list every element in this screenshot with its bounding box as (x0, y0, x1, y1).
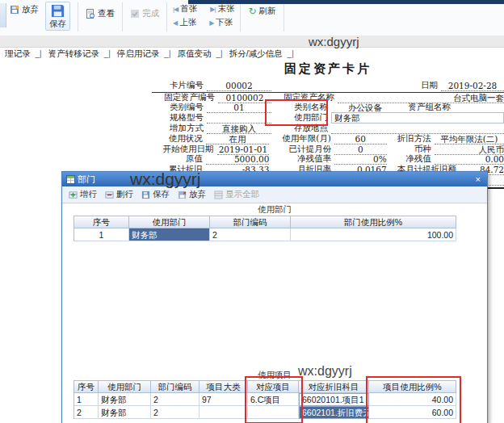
table-cell[interactable]: 40.00 (369, 393, 456, 406)
dialog-save-icon (141, 191, 150, 199)
tab-3[interactable]: 原值变动 (178, 48, 212, 60)
table-cell[interactable] (200, 406, 248, 419)
tab-1[interactable]: 资产转移记录 (48, 48, 99, 60)
first-label: 首张 (180, 3, 197, 15)
view-label: 查看 (98, 8, 115, 19)
card-field-value[interactable]: 2019-02-28 (441, 81, 504, 91)
column-header[interactable]: 部门编码 (210, 216, 291, 228)
card-navigation: |◀首张 ▶|末张 ◀上张 ▶下张 (171, 3, 236, 28)
table-cell[interactable]: 100.00 (291, 228, 456, 241)
table-cell[interactable]: 2 (151, 406, 200, 419)
view-button[interactable]: 查看 (82, 6, 118, 21)
column-header[interactable]: 项目使用比例% (369, 381, 456, 393)
department-dialog: 部门 wx:dgyyrj × 增行 删行 保存 放弃 显示全 (61, 171, 488, 423)
card-field-value[interactable]: 直接购入 (207, 124, 271, 134)
show-all-button[interactable]: 显示全部 (211, 188, 262, 201)
card-field-value[interactable]: 0% (334, 154, 387, 165)
dialog-discard-button[interactable]: 放弃 (174, 188, 209, 201)
first-icon: |◀ (173, 6, 178, 13)
tab-0[interactable]: 理记录 (5, 48, 31, 60)
card-field-value[interactable]: 5000.00 (206, 154, 270, 165)
refresh-label: 刷新 (259, 6, 276, 17)
table-cell[interactable]: 财务部 (99, 393, 151, 406)
dialog-discard-icon (178, 191, 187, 199)
column-header[interactable]: 项目大类 (200, 381, 248, 393)
column-header[interactable]: 部门编码 (151, 381, 200, 393)
card-field-value[interactable]: 平均年限法(二) (435, 134, 504, 144)
last-card-button[interactable]: ▶|末张 (208, 3, 236, 15)
watermark-top: wx:dgyyrj (309, 35, 359, 48)
add-row-label: 增行 (80, 189, 97, 200)
card-field-value[interactable]: 0100002 (218, 93, 271, 103)
card-field-value[interactable]: 60 (334, 134, 387, 144)
table-cell[interactable]: 2 (74, 406, 99, 419)
delete-row-icon (105, 191, 114, 199)
tab-separator: _| (36, 49, 42, 58)
project-section-title: 使用项目 (62, 370, 487, 381)
card-field-value[interactable]: 财务部 (331, 112, 504, 124)
table-cell[interactable]: 1 (74, 393, 99, 406)
table-cell[interactable]: 1 (74, 228, 129, 241)
column-header[interactable]: 序号 (74, 216, 129, 228)
card-field-value[interactable]: 01 (207, 103, 271, 113)
column-header[interactable]: 使用部门 (129, 216, 210, 228)
view-icon (86, 9, 95, 19)
tab-4[interactable]: 拆分/减少信息 (229, 48, 283, 60)
card-field-value[interactable]: 人民币 (435, 144, 504, 155)
column-header[interactable]: 对应折旧科目 (299, 381, 369, 393)
tab-2[interactable]: 停启用记录 (117, 48, 160, 60)
add-row-icon (69, 191, 78, 199)
table-cell[interactable]: 66020101.项目1 (299, 393, 369, 406)
complete-button[interactable]: 完成 (127, 6, 162, 21)
prev-card-button[interactable]: ◀上张 (171, 17, 198, 28)
card-field-value[interactable]: 00002 (207, 81, 271, 91)
table-row: 1财务部2100.00 (74, 228, 456, 241)
card-field-label: 日期 (405, 80, 441, 91)
last-label: 末张 (217, 3, 234, 15)
dept-table: 序号使用部门部门编码部门使用比例%1财务部2100.00 (74, 216, 456, 241)
card-field-value[interactable]: 2019-01-01 (217, 144, 270, 155)
discard-button[interactable]: 放弃 (6, 2, 42, 17)
asset-card: 固定资产卡片 卡片编号00002日期2019-02-28固定资产编号010000… (152, 60, 504, 189)
dialog-titlebar[interactable]: 部门 wx:dgyyrj × (62, 172, 487, 186)
clipped-toolbar-button[interactable] (0, 3, 6, 27)
status-band (0, 36, 504, 48)
delete-row-label: 删行 (116, 189, 133, 200)
card-field-value[interactable] (207, 114, 271, 124)
dialog-save-label: 保存 (153, 189, 170, 200)
dialog-save-button[interactable]: 保存 (138, 188, 173, 201)
toolbar-separator (284, 2, 284, 31)
dialog-title: 部门 (78, 174, 95, 186)
dept-section-title: 使用部门 (62, 204, 487, 216)
discard-disk-icon (10, 5, 19, 15)
card-field-value[interactable]: 0 (334, 144, 387, 155)
table-cell[interactable]: 财务部 (129, 228, 210, 241)
table-cell[interactable]: 6.C项目 (248, 393, 299, 406)
refresh-button[interactable]: ↻ 刷新 (245, 4, 279, 19)
table-cell[interactable] (248, 406, 299, 419)
table-cell[interactable]: 97 (200, 393, 248, 406)
first-card-button[interactable]: |◀首张 (171, 3, 199, 15)
complete-label: 完成 (142, 8, 159, 19)
table-row: 2财务部26602101.折旧费无项目60.00 (74, 406, 456, 419)
column-header[interactable]: 对应项目 (248, 381, 299, 393)
table-header-row: 序号使用部门部门编码部门使用比例% (74, 216, 456, 228)
table-cell[interactable]: 2 (210, 228, 291, 241)
save-button[interactable]: 保存 (45, 2, 70, 31)
column-header[interactable]: 部门使用比例% (291, 216, 456, 228)
close-icon[interactable]: × (473, 174, 483, 184)
column-header[interactable]: 序号 (74, 381, 99, 393)
table-cell[interactable]: 60.00 (369, 406, 456, 419)
next-label: 下张 (216, 17, 233, 28)
add-row-button[interactable]: 增行 (65, 188, 100, 201)
toolbar-separator (78, 2, 78, 31)
prev-icon: ◀ (173, 19, 177, 27)
next-card-button[interactable]: ▶下张 (208, 17, 234, 28)
column-header[interactable]: 使用部门 (99, 381, 151, 393)
window-top-edge (188, 0, 504, 4)
table-cell[interactable]: 6602101.折旧费无项目 (299, 406, 369, 419)
table-cell[interactable]: 2 (151, 393, 200, 406)
show-all-label: 显示全部 (225, 189, 259, 200)
delete-row-button[interactable]: 删行 (102, 188, 136, 201)
table-cell[interactable]: 财务部 (99, 406, 151, 419)
